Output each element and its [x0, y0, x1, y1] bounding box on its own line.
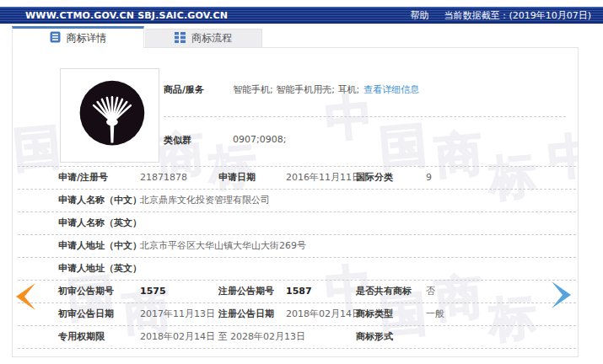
tab-trademark-details[interactable]: 商标详情 [12, 26, 144, 48]
table-row: 申请人名称（英文） [18, 212, 576, 235]
previous-arrow-button[interactable] [13, 282, 37, 313]
field-value: 一般 [426, 303, 444, 325]
goods-services-label: 商品/服务 [164, 83, 204, 96]
field-label: 申请/注册号 [58, 167, 108, 189]
table-row: 申请人名称（中文） 北京鼎库文化投资管理有限公司 [18, 190, 576, 212]
field-label: 申请人名称（中文） [58, 190, 142, 211]
trademark-detail-card: 商品/服务 智能手机; 智能手机用壳; 耳机; 查看详细信息 类似群 0907;… [12, 47, 579, 357]
top-navigation-bar: WWW.CTMO.GOV.CN SBJ.SAIC.GOV.CN 帮助 当前数据截… [0, 7, 603, 24]
field-value: 21871878 [140, 167, 187, 189]
field-value: 北京市平谷区大华山镇大华山大街269号 [140, 235, 306, 257]
field-value: 2018年02月14日 [286, 303, 361, 325]
view-details-link[interactable]: 查看详细信息 [363, 83, 419, 96]
help-link[interactable]: 帮助 [410, 9, 428, 22]
field-value: 2017年11月13日 [140, 303, 215, 325]
goods-services-value: 智能手机; 智能手机用壳; 耳机; [233, 83, 359, 96]
field-label: 国际分类 [356, 167, 393, 189]
field-label: 初审公告期号 [58, 281, 114, 302]
field-label: 注册公告期号 [218, 281, 274, 302]
table-row: 申请/注册号 21871878 申请日期 2016年11月11日 国际分类 9 [18, 167, 576, 190]
field-label: 专用权期限 [58, 326, 105, 348]
field-label: 申请日期 [218, 167, 256, 189]
trademark-image [60, 68, 159, 163]
tab-trademark-process[interactable]: 商标流程 [145, 29, 262, 47]
table-row: 申请人地址（英文） [18, 258, 576, 281]
similar-group-value: 0907;0908; [233, 134, 286, 145]
field-value: 北京鼎库文化投资管理有限公司 [140, 190, 270, 211]
table-row: 初审公告日期 2017年11月13日 注册公告日期 2018年02月14日 商标… [18, 303, 576, 326]
field-label: 申请人地址（英文） [58, 258, 142, 280]
table-row: 初审公告期号 1575 注册公告期号 1587 是否共有商标 否 [18, 281, 576, 303]
next-arrow-button[interactable] [550, 281, 573, 312]
field-value: 9 [426, 167, 432, 189]
list-icon [175, 32, 186, 46]
field-value: 2016年11月11日 [286, 167, 361, 189]
similar-group-label: 类似群 [164, 134, 191, 147]
trademark-detail-page: WWW.CTMO.GOV.CN SBJ.SAIC.GOV.CN 帮助 当前数据截… [0, 0, 603, 364]
field-value: 2018年02月14日 至 2028年02月13日 [140, 326, 305, 348]
tab-label: 商标详情 [67, 31, 107, 46]
dashed-divider [164, 116, 566, 117]
fan-logo-icon [61, 69, 159, 162]
field-label: 申请人地址（中文） [58, 235, 142, 257]
field-value: 否 [426, 281, 435, 302]
field-label: 是否共有商标 [356, 281, 412, 302]
field-label: 商标形式 [356, 326, 393, 348]
site-urls: WWW.CTMO.GOV.CN SBJ.SAIC.GOV.CN [25, 10, 228, 21]
tab-label: 商标流程 [191, 31, 232, 46]
field-label: 初审公告日期 [58, 303, 114, 325]
field-label: 商标类型 [356, 303, 393, 325]
fields-table: 申请/注册号 21871878 申请日期 2016年11月11日 国际分类 9 … [18, 166, 576, 349]
field-label: 申请人名称（英文） [58, 212, 142, 234]
document-icon [50, 31, 61, 46]
field-label: 注册公告日期 [218, 303, 274, 325]
field-value: 1575 [140, 281, 166, 302]
table-row: 专用权期限 2018年02月14日 至 2028年02月13日 商标形式 [18, 326, 576, 349]
data-cutoff-date: 当前数据截至：(2019年10月07日) [444, 9, 591, 22]
table-row: 申请人地址（中文） 北京市平谷区大华山镇大华山大街269号 [18, 235, 576, 258]
field-value: 1587 [286, 281, 312, 302]
